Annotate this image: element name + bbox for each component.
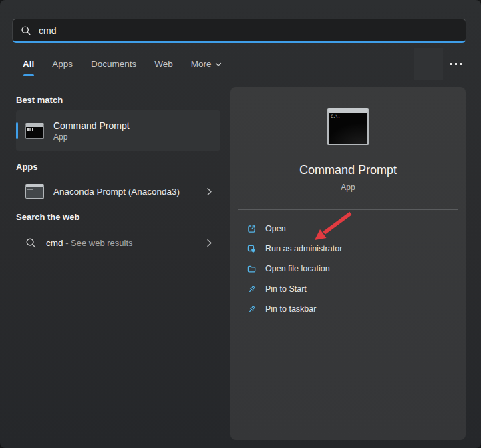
context-actions: Open Run as administrator Open file loca… (230, 219, 466, 319)
options-button[interactable] (444, 54, 468, 73)
pin-icon (247, 284, 257, 294)
search-box[interactable] (12, 19, 466, 43)
web-suffix-text: - See web results (63, 238, 133, 248)
result-label: Anaconda Prompt (Anaconda3) (53, 187, 180, 197)
hover-highlight-rect (414, 48, 443, 80)
action-open[interactable]: Open (244, 219, 452, 239)
web-search-icon (25, 237, 37, 249)
preview-title: Command Prompt (299, 163, 397, 177)
command-prompt-icon (25, 123, 44, 139)
action-pin-to-taskbar[interactable]: Pin to taskbar (244, 299, 452, 319)
apps-header: Apps (16, 162, 38, 172)
folder-icon (247, 264, 257, 274)
tab-all[interactable]: All (23, 59, 34, 70)
tab-documents[interactable]: Documents (91, 59, 136, 70)
open-icon (247, 224, 257, 234)
search-icon (21, 25, 31, 36)
best-match-result-command-prompt[interactable]: Command Prompt App (16, 110, 220, 151)
result-title: Command Prompt (53, 120, 130, 131)
chevron-right-icon (206, 239, 212, 247)
web-query-text: cmd (46, 238, 63, 248)
action-label: Open (265, 224, 286, 233)
result-anaconda-prompt[interactable]: Anaconda Prompt (Anaconda3) (16, 178, 220, 205)
pin-icon (247, 304, 257, 314)
preview-panel: C:\. Command Prompt App Open Run as adm (230, 87, 466, 440)
anaconda-prompt-icon (25, 184, 44, 199)
run-as-administrator-icon (247, 244, 257, 254)
action-label: Open file location (265, 264, 330, 273)
search-filter-tabs: All Apps Documents Web More (23, 59, 222, 70)
action-label: Pin to Start (265, 284, 307, 294)
divider (238, 209, 458, 210)
tab-web[interactable]: Web (154, 59, 173, 70)
tab-apps[interactable]: Apps (52, 59, 73, 70)
more-options-icon (450, 63, 452, 65)
search-input[interactable] (39, 25, 458, 36)
command-prompt-icon-large: C:\. (327, 108, 369, 145)
action-open-file-location[interactable]: Open file location (244, 259, 452, 279)
best-match-header: Best match (16, 95, 63, 105)
action-run-as-administrator[interactable]: Run as administrator (244, 239, 452, 259)
result-web-search[interactable]: cmd - See web results (16, 229, 220, 256)
tab-more[interactable]: More (191, 59, 222, 70)
more-options-icon (460, 63, 462, 65)
chevron-right-icon (206, 187, 212, 196)
selection-accent-bar (16, 122, 18, 139)
preview-subtitle: App (341, 183, 355, 192)
more-options-icon (455, 63, 457, 65)
chevron-down-icon (215, 62, 222, 67)
action-label: Pin to taskbar (265, 304, 316, 314)
search-the-web-header: Search the web (16, 212, 79, 222)
search-flyout-window: All Apps Documents Web More Best match C… (0, 0, 481, 448)
action-pin-to-start[interactable]: Pin to Start (244, 279, 452, 299)
active-tab-indicator (23, 74, 34, 76)
result-type: App (53, 132, 130, 142)
action-label: Run as administrator (265, 244, 342, 253)
